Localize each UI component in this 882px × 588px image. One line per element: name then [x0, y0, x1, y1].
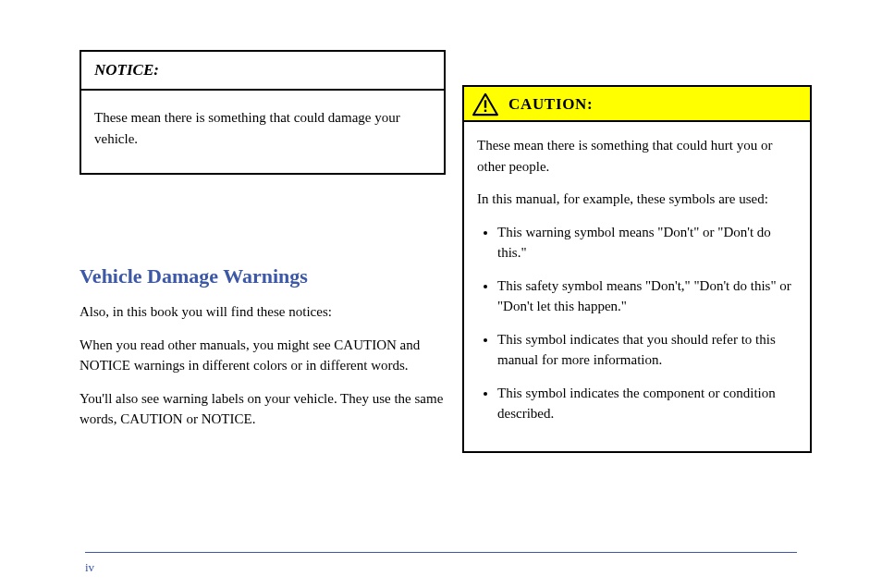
section-para-1: Also, in this book you will find these n…	[80, 301, 445, 323]
caution-item: This warning symbol means "Don't" or "Do…	[497, 222, 799, 263]
warning-triangle-icon	[472, 92, 499, 116]
caution-heading-bar: CAUTION:	[464, 87, 810, 122]
svg-rect-2	[484, 110, 486, 112]
notice-heading: NOTICE:	[81, 52, 444, 91]
section-heading: Vehicle Damage Warnings	[80, 264, 445, 288]
notice-box: NOTICE: These mean there is something th…	[80, 50, 446, 175]
caution-item: This safety symbol means "Don't," "Don't…	[497, 276, 799, 317]
footer-rule	[85, 552, 797, 553]
caution-lead: In this manual, for example, these symbo…	[477, 189, 799, 210]
svg-rect-1	[484, 100, 486, 107]
section-para-2: When you read other manuals, you might s…	[80, 335, 445, 376]
caution-list: This warning symbol means "Don't" or "Do…	[477, 222, 799, 424]
notice-body: These mean there is something that could…	[81, 91, 444, 173]
page: NOTICE: These mean there is something th…	[0, 0, 882, 588]
caution-heading: CAUTION:	[508, 95, 593, 114]
caution-item: This symbol indicates that you should re…	[497, 329, 799, 371]
caution-intro: These mean there is something that could…	[477, 135, 799, 177]
caution-item: This symbol indicates the component or c…	[497, 383, 799, 424]
section-para-3: You'll also see warning labels on your v…	[80, 388, 445, 430]
caution-body: These mean there is something that could…	[464, 122, 810, 451]
caution-box: CAUTION: These mean there is something t…	[462, 85, 812, 453]
page-number: iv	[85, 560, 94, 575]
section-body: Also, in this book you will find these n…	[80, 301, 445, 442]
